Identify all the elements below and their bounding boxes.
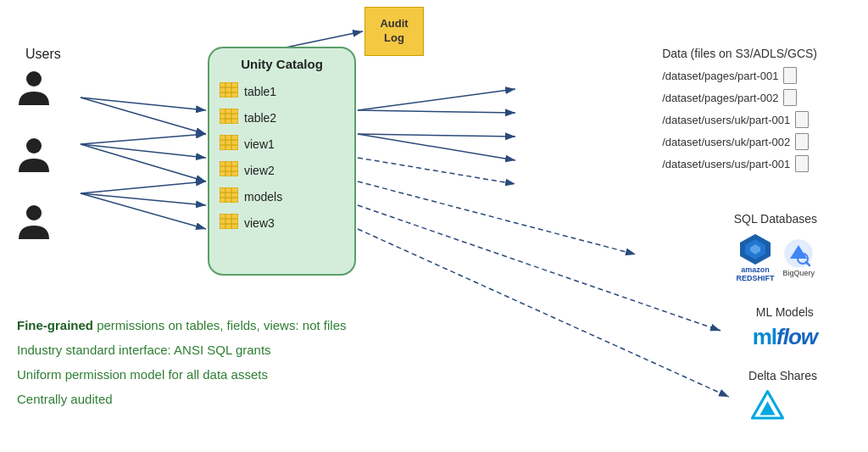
data-file-item-4: /dataset/users/uk/part-002 (662, 133, 817, 150)
sql-logos: amazonREDSHIFT BigQuery (734, 232, 817, 283)
svg-line-15 (358, 158, 515, 184)
catalog-item-view1: view1 (220, 135, 275, 153)
user-icon-3 (17, 202, 51, 245)
bottom-text-4: Centrally audited (17, 390, 346, 408)
catalog-label-models: models (244, 190, 282, 204)
file-path-5: /dataset/users/us/part-001 (662, 158, 790, 170)
bigquery-icon (783, 238, 814, 269)
svg-line-5 (81, 144, 206, 158)
diagram: Users Unity Catalog (0, 0, 868, 452)
grid-icon-table2 (220, 109, 238, 126)
redshift-icon (738, 232, 772, 266)
file-icon-2 (783, 89, 797, 106)
users-label: Users (25, 47, 61, 62)
catalog-label-view2: view2 (244, 164, 275, 177)
svg-line-11 (358, 89, 515, 110)
svg-line-16 (358, 181, 636, 254)
bigquery-text: BigQuery (783, 269, 815, 277)
unity-catalog-title: Unity Catalog (220, 57, 344, 71)
data-file-item-1: /dataset/pages/part-001 (662, 67, 817, 84)
file-path-1: /dataset/pages/part-001 (662, 70, 778, 82)
bottom-text-3: Uniform permission model for all data as… (17, 366, 346, 383)
svg-rect-27 (220, 109, 238, 124)
svg-rect-37 (220, 161, 238, 176)
svg-line-8 (81, 193, 206, 205)
svg-line-18 (358, 229, 729, 397)
catalog-label-table2: table2 (244, 111, 276, 125)
catalog-label-table1: table1 (244, 85, 276, 98)
svg-point-20 (26, 138, 42, 153)
bottom-text-2: Industry standard interface: ANSI SQL gr… (17, 341, 346, 359)
catalog-item-table2: table2 (220, 109, 276, 126)
ml-models-title: ML Models (753, 305, 817, 319)
svg-rect-22 (220, 82, 238, 98)
grid-icon-view3 (220, 214, 238, 232)
data-file-item-3: /dataset/users/uk/part-001 (662, 111, 817, 128)
file-icon-4 (795, 133, 809, 150)
svg-rect-42 (220, 187, 238, 203)
svg-point-19 (26, 71, 42, 86)
grid-icon-table1 (220, 82, 238, 100)
svg-point-21 (26, 205, 42, 220)
sql-section: SQL Databases amazonREDSHIFT Bi (734, 212, 817, 283)
redshift-logo: amazonREDSHIFT (737, 232, 775, 283)
svg-line-9 (81, 193, 206, 229)
file-path-4: /dataset/users/uk/part-002 (662, 136, 790, 148)
file-icon-3 (795, 111, 809, 128)
data-file-item-2: /dataset/pages/part-002 (662, 89, 817, 106)
audit-log-box: AuditLog (364, 7, 424, 56)
svg-line-12 (358, 110, 515, 113)
data-files-section: Data (files on S3/ADLS/GCS) /dataset/pag… (662, 47, 817, 177)
svg-line-10 (281, 31, 363, 48)
data-file-item-5: /dataset/users/us/part-001 (662, 155, 817, 172)
users-section (17, 68, 51, 245)
catalog-item-table1: table1 (220, 82, 276, 100)
user-icon-1 (17, 68, 51, 111)
sql-title: SQL Databases (734, 212, 817, 226)
svg-line-2 (81, 98, 206, 110)
mlflow-logo: mlflow (753, 324, 817, 350)
svg-line-17 (358, 205, 721, 331)
grid-icon-view2 (220, 161, 238, 179)
svg-line-14 (358, 134, 515, 160)
file-path-2: /dataset/pages/part-002 (662, 92, 778, 104)
grid-icon-models (220, 187, 238, 205)
svg-rect-32 (220, 135, 238, 150)
file-icon-1 (783, 67, 797, 84)
bottom-text: Fine-grained permissions on tables, fiel… (17, 310, 346, 415)
catalog-label-view1: view1 (244, 137, 275, 151)
svg-rect-47 (220, 214, 238, 229)
redshift-text: amazonREDSHIFT (737, 266, 775, 283)
user-icon-2 (17, 135, 51, 178)
audit-log-label: AuditLog (380, 17, 408, 46)
delta-shares-section: Delta Shares (748, 369, 817, 429)
file-icon-5 (795, 155, 809, 172)
svg-line-6 (81, 144, 206, 181)
data-files-title: Data (files on S3/ADLS/GCS) (662, 47, 817, 60)
catalog-item-view3: view3 (220, 214, 275, 232)
svg-line-13 (358, 134, 515, 137)
ml-models-section: ML Models mlflow (753, 305, 817, 350)
delta-shares-title: Delta Shares (748, 369, 817, 382)
bottom-text-1: Fine-grained permissions on tables, fiel… (17, 316, 346, 334)
catalog-item-models: models (220, 187, 282, 205)
svg-line-3 (81, 98, 206, 134)
delta-icon (748, 388, 787, 426)
svg-line-7 (81, 181, 206, 193)
unity-catalog-box: Unity Catalog table1 (208, 47, 356, 276)
bigquery-logo: BigQuery (783, 238, 815, 277)
grid-icon-view1 (220, 135, 238, 153)
file-path-3: /dataset/users/uk/part-001 (662, 114, 790, 126)
catalog-item-view2: view2 (220, 161, 275, 179)
catalog-label-view3: view3 (244, 216, 275, 230)
svg-line-4 (81, 134, 206, 144)
